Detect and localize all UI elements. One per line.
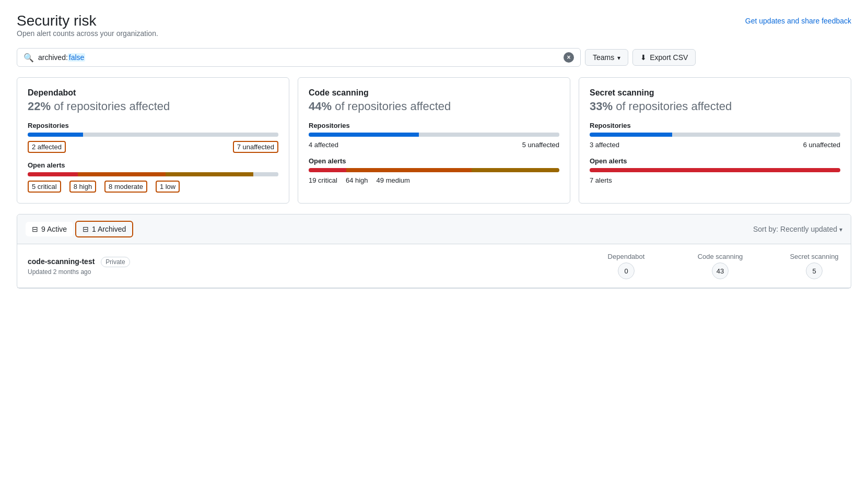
dependabot-affected: 2 affected: [28, 141, 66, 153]
download-icon: ⬇: [640, 53, 647, 62]
repo-visibility-badge: Private: [101, 257, 130, 267]
code-scanning-affected: 4 affected: [309, 141, 338, 149]
repo-archived-icon: ⊟: [83, 225, 89, 233]
secret-scanning-repos-label: Repositories: [590, 122, 840, 129]
search-bar-row: 🔍 archived:false × Teams ⬇ Export CSV: [17, 48, 851, 67]
dependabot-col-header: Dependabot: [600, 253, 652, 260]
repo-name[interactable]: code-scanning-test: [28, 257, 95, 266]
search-bar[interactable]: 🔍 archived:false ×: [17, 48, 581, 67]
repo-updated: Updated 2 months ago: [28, 268, 600, 276]
tabs-section: ⊟ 9 Active ⊟ 1 Archived Sort by: Recentl…: [17, 214, 851, 289]
code-scanning-repo-bar: [309, 133, 559, 137]
dependabot-count: 0: [618, 263, 635, 279]
dependabot-title: Dependabot: [28, 88, 278, 98]
code-scanning-critical: 19 critical: [309, 176, 337, 184]
secret-scanning-title: Secret scanning: [590, 88, 840, 98]
tab-archived[interactable]: ⊟ 1 Archived: [75, 221, 133, 237]
teams-label: Teams: [593, 53, 614, 62]
sort-label: Sort by: Recently updated: [753, 225, 837, 233]
dependabot-alert-stats: 5 critical 8 high 8 moderate 1 low: [28, 181, 278, 193]
dependabot-critical: 5 critical: [28, 181, 61, 193]
secret-scanning-affected: 3 affected: [590, 141, 619, 149]
clear-search-button[interactable]: ×: [564, 52, 574, 63]
tab-active-label: 9 Active: [41, 225, 67, 233]
dependabot-repo-bar: [28, 133, 278, 137]
code-scanning-repo-stats: 4 affected 5 unaffected: [309, 141, 559, 149]
dependabot-repo-stats: 2 affected 7 unaffected: [28, 141, 278, 153]
tabs-header: ⊟ 9 Active ⊟ 1 Archived Sort by: Recentl…: [17, 214, 851, 244]
secret-scanning-alerts-bar: [590, 168, 840, 172]
code-scanning-alerts-label: Open alerts: [309, 157, 559, 165]
secret-scanning-alert-stats: 7 alerts: [590, 176, 840, 184]
code-scanning-repos-label: Repositories: [309, 122, 559, 129]
teams-button[interactable]: Teams: [585, 49, 628, 66]
dependabot-col: Dependabot 0: [600, 253, 652, 279]
sort-chevron-icon: [839, 225, 842, 233]
secret-scanning-unaffected: 6 unaffected: [803, 141, 840, 149]
search-icon: 🔍: [24, 53, 34, 63]
page-title: Security risk: [17, 13, 158, 29]
secret-scanning-count: 5: [806, 263, 823, 279]
code-scanning-card: Code scanning 44% of repositories affect…: [298, 77, 570, 204]
code-scanning-count: 43: [712, 263, 729, 279]
dependabot-alerts-bar: [28, 172, 278, 176]
code-scanning-high: 64 high: [346, 176, 368, 184]
table-row: code-scanning-test Private Updated 2 mon…: [17, 244, 851, 288]
code-scanning-col: Code scanning 43: [694, 253, 746, 279]
cards-row: Dependabot 22% of repositories affected …: [17, 77, 851, 204]
tab-active[interactable]: ⊟ 9 Active: [26, 222, 73, 236]
search-query: archived:false: [38, 53, 559, 62]
dependabot-repos-label: Repositories: [28, 122, 278, 129]
export-label: Export CSV: [650, 53, 688, 62]
query-value: false: [68, 53, 86, 62]
dependabot-alerts-label: Open alerts: [28, 161, 278, 169]
repo-active-icon: ⊟: [32, 225, 38, 233]
query-keyword: archived:: [38, 53, 68, 62]
export-csv-button[interactable]: ⬇ Export CSV: [632, 49, 696, 66]
code-scanning-col-header: Code scanning: [694, 253, 746, 260]
code-scanning-alerts-bar: [309, 168, 559, 172]
repo-info: code-scanning-test Private Updated 2 mon…: [28, 257, 600, 276]
page-subtitle: Open alert counts across your organizati…: [17, 29, 158, 38]
code-scanning-unaffected: 5 unaffected: [522, 141, 559, 149]
code-scanning-medium: 49 medium: [377, 176, 410, 184]
dependabot-unaffected: 7 unaffected: [233, 141, 278, 153]
secret-scanning-repo-stats: 3 affected 6 unaffected: [590, 141, 840, 149]
dependabot-card: Dependabot 22% of repositories affected …: [17, 77, 289, 204]
dependabot-pct: 22% of repositories affected: [28, 100, 278, 113]
dependabot-high: 8 high: [69, 181, 96, 193]
code-scanning-title: Code scanning: [309, 88, 559, 98]
sort-dropdown[interactable]: Sort by: Recently updated: [753, 225, 842, 233]
secret-scanning-card: Secret scanning 33% of repositories affe…: [579, 77, 851, 204]
secret-scanning-pct: 33% of repositories affected: [590, 100, 840, 113]
chevron-down-icon: [617, 53, 620, 62]
feedback-link[interactable]: Get updates and share feedback: [745, 17, 851, 25]
secret-scanning-col: Secret scanning 5: [788, 253, 840, 279]
code-scanning-pct: 44% of repositories affected: [309, 100, 559, 113]
page-header: Security risk Open alert counts across y…: [17, 13, 851, 46]
dependabot-moderate: 8 moderate: [104, 181, 147, 193]
code-scanning-alert-stats: 19 critical 64 high 49 medium: [309, 176, 559, 184]
tab-archived-label: 1 Archived: [92, 225, 126, 233]
tabs-left: ⊟ 9 Active ⊟ 1 Archived: [26, 221, 133, 237]
repo-cols: Dependabot 0 Code scanning 43 Secret sca…: [600, 253, 840, 279]
secret-scanning-repo-bar: [590, 133, 840, 137]
dependabot-low: 1 low: [156, 181, 180, 193]
secret-scanning-total: 7 alerts: [590, 176, 612, 184]
secret-scanning-alerts-label: Open alerts: [590, 157, 840, 165]
secret-scanning-col-header: Secret scanning: [788, 253, 840, 260]
